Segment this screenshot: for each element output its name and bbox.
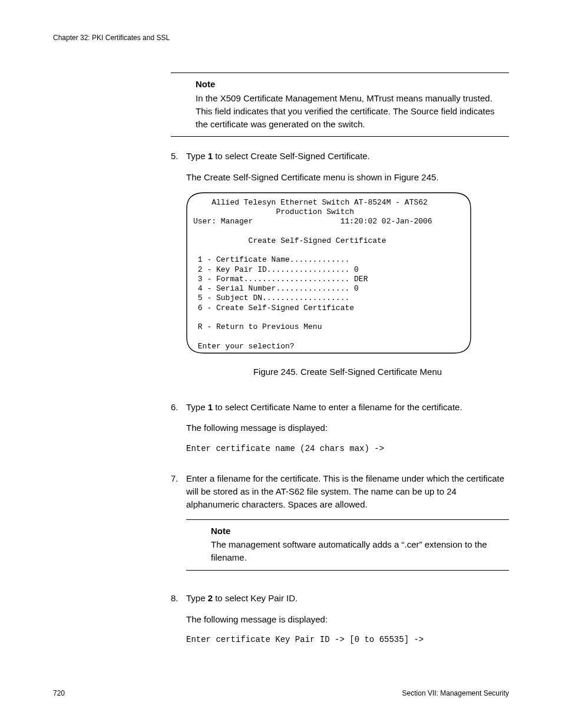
terminal-content: Allied Telesyn Ethernet Switch AT-8524M … xyxy=(186,192,471,358)
terminal-box: Allied Telesyn Ethernet Switch AT-8524M … xyxy=(186,192,471,354)
prompt-text: Enter certificate Key Pair ID -> [0 to 6… xyxy=(186,634,509,645)
note-body: The management software automatically ad… xyxy=(211,538,509,564)
section-label: Section VII: Management Security xyxy=(402,689,509,699)
step-text: The following message is displayed: xyxy=(186,613,509,626)
step-7: 7. Enter a filename for the certificate.… xyxy=(171,472,509,584)
prompt-text: Enter certificate name (24 chars max) -> xyxy=(186,443,509,454)
step-text: Type 1 to select Create Self-Signed Cert… xyxy=(186,150,509,163)
step-text: The Create Self-Signed Certificate menu … xyxy=(186,171,509,184)
note-block-1: Note In the X509 Certificate Management … xyxy=(171,73,509,137)
step-number: 8. xyxy=(171,592,186,655)
step-text: Type 2 to select Key Pair ID. xyxy=(186,592,509,605)
note-title: Note xyxy=(196,78,509,91)
note-body: In the X509 Certificate Management Menu,… xyxy=(196,92,509,130)
note-block-2: Note The management software automatical… xyxy=(186,519,509,571)
step-text: Enter a filename for the certificate. Th… xyxy=(186,472,509,510)
note-title: Note xyxy=(211,525,509,538)
step-number: 5. xyxy=(171,150,186,392)
step-number: 7. xyxy=(171,472,186,584)
page-footer: 720 Section VII: Management Security xyxy=(53,689,509,699)
chapter-header: Chapter 32: PKI Certificates and SSL xyxy=(53,33,509,43)
step-number: 6. xyxy=(171,401,186,465)
step-6: 6. Type 1 to select Certificate Name to … xyxy=(171,401,509,465)
figure-caption: Figure 245. Create Self-Signed Certifica… xyxy=(186,365,509,378)
page-number: 720 xyxy=(53,689,65,699)
step-5: 5. Type 1 to select Create Self-Signed C… xyxy=(171,150,509,392)
step-text: Type 1 to select Certificate Name to ent… xyxy=(186,401,509,414)
step-8: 8. Type 2 to select Key Pair ID. The fol… xyxy=(171,592,509,655)
step-text: The following message is displayed: xyxy=(186,421,509,434)
